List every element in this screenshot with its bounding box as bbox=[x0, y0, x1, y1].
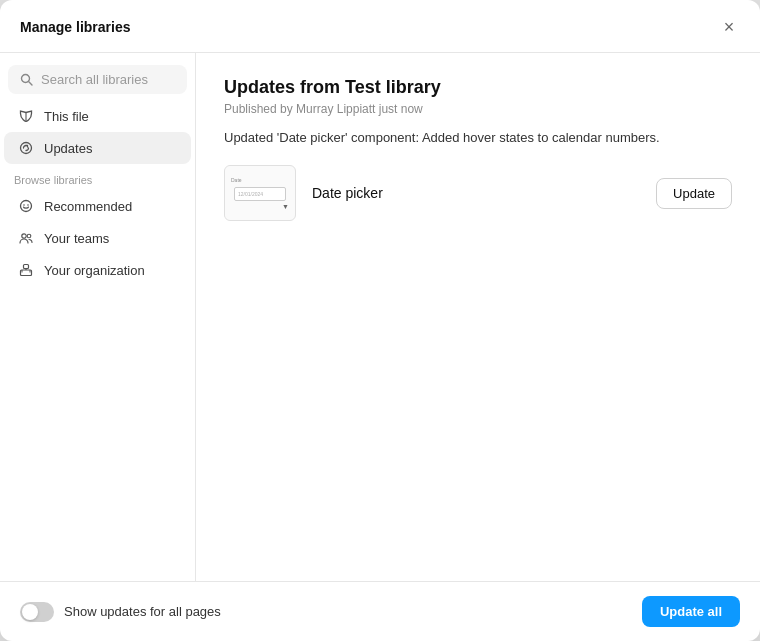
thumb-field-text: 12/01/2024 bbox=[238, 191, 263, 197]
footer-toggle-label: Show updates for all pages bbox=[64, 604, 221, 619]
svg-rect-10 bbox=[24, 265, 29, 269]
updates-section: Updates from Test library Published by M… bbox=[196, 53, 760, 581]
dialog-body: Search all libraries This file bbox=[0, 53, 760, 581]
update-description: Updated 'Date picker' component: Added h… bbox=[224, 130, 732, 145]
update-component-button[interactable]: Update bbox=[656, 178, 732, 209]
sidebar-item-this-file-label: This file bbox=[44, 109, 89, 124]
search-box[interactable]: Search all libraries bbox=[8, 65, 187, 94]
browse-libraries-label: Browse libraries bbox=[0, 164, 195, 190]
toggle-thumb bbox=[22, 604, 38, 620]
footer-left: Show updates for all pages bbox=[20, 602, 221, 622]
component-thumbnail: Date 12/01/2024 ▼ bbox=[224, 165, 296, 221]
sidebar-item-your-organization[interactable]: Your organization bbox=[4, 254, 191, 286]
show-updates-toggle[interactable] bbox=[20, 602, 54, 622]
recommended-icon bbox=[18, 198, 34, 214]
teams-icon bbox=[18, 230, 34, 246]
library-title: Updates from Test library bbox=[224, 77, 732, 98]
svg-point-0 bbox=[22, 75, 30, 83]
sidebar: Search all libraries This file bbox=[0, 53, 196, 581]
search-icon bbox=[20, 73, 33, 86]
manage-libraries-dialog: Manage libraries × Search all libraries bbox=[0, 0, 760, 641]
dialog-header: Manage libraries × bbox=[0, 0, 760, 53]
svg-point-7 bbox=[22, 234, 26, 238]
dialog-footer: Show updates for all pages Update all bbox=[0, 581, 760, 641]
svg-point-3 bbox=[21, 143, 32, 154]
sidebar-item-recommended[interactable]: Recommended bbox=[4, 190, 191, 222]
sidebar-item-your-teams[interactable]: Your teams bbox=[4, 222, 191, 254]
main-content: Updates from Test library Published by M… bbox=[196, 53, 760, 581]
sidebar-item-recommended-label: Recommended bbox=[44, 199, 132, 214]
library-subtitle: Published by Murray Lippiatt just now bbox=[224, 102, 732, 116]
sidebar-item-your-organization-label: Your organization bbox=[44, 263, 145, 278]
sidebar-item-this-file[interactable]: This file bbox=[4, 100, 191, 132]
component-name: Date picker bbox=[312, 185, 640, 201]
thumb-arrow: ▼ bbox=[282, 203, 289, 210]
thumb-field: 12/01/2024 bbox=[234, 187, 286, 201]
organization-icon bbox=[18, 262, 34, 278]
close-button[interactable]: × bbox=[718, 16, 740, 38]
svg-point-4 bbox=[21, 201, 32, 212]
svg-line-1 bbox=[29, 82, 32, 85]
thumb-date-label: Date bbox=[231, 177, 242, 183]
updates-icon bbox=[18, 140, 34, 156]
svg-point-6 bbox=[27, 204, 29, 206]
update-all-button[interactable]: Update all bbox=[642, 596, 740, 627]
component-row: Date 12/01/2024 ▼ Date picker Update bbox=[224, 165, 732, 221]
sidebar-item-your-teams-label: Your teams bbox=[44, 231, 109, 246]
svg-point-8 bbox=[27, 234, 31, 238]
sidebar-item-updates-label: Updates bbox=[44, 141, 92, 156]
sidebar-item-updates[interactable]: Updates bbox=[4, 132, 191, 164]
search-placeholder: Search all libraries bbox=[41, 72, 148, 87]
svg-point-5 bbox=[23, 204, 25, 206]
dialog-title: Manage libraries bbox=[20, 19, 131, 35]
book-open-icon bbox=[18, 108, 34, 124]
